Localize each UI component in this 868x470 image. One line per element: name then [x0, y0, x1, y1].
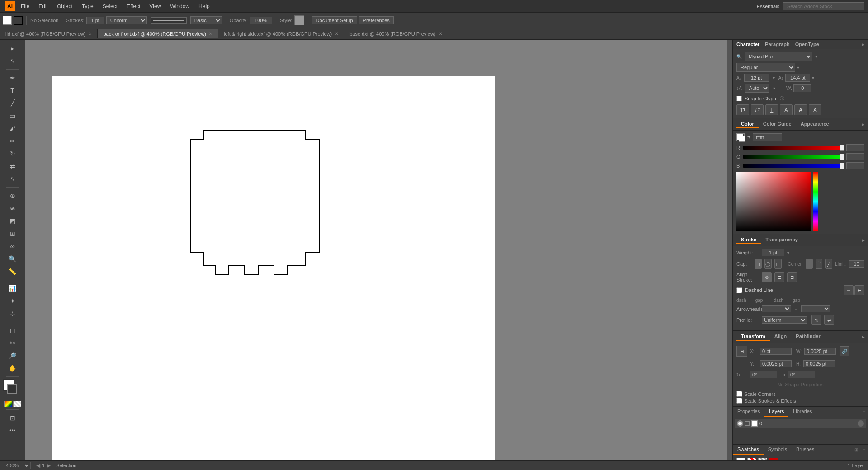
symbols-tab[interactable]: Symbols — [764, 445, 792, 455]
size-dropdown-icon[interactable]: ▾ — [773, 75, 775, 80]
layer-expand-icon[interactable] — [745, 421, 750, 426]
color-hue-slider[interactable] — [813, 172, 818, 231]
rectangle-tool[interactable]: ▭ — [7, 110, 19, 122]
doc-tab-0[interactable]: lid.dxf @ 400% (RGB/GPU Preview) ✕ — [0, 29, 98, 38]
layer-item-0[interactable]: 0 — [735, 419, 866, 428]
corner-miter-btn[interactable]: ⌐ — [806, 259, 813, 269]
layers-tab[interactable]: Layers — [764, 407, 788, 417]
corner-round-btn[interactable]: ⌒ — [816, 259, 823, 269]
eyedropper-tool[interactable]: 🔍 — [7, 253, 19, 265]
cap-butt-btn[interactable]: ⊣ — [755, 259, 762, 269]
cap-round-btn[interactable]: ◯ — [764, 259, 772, 269]
transparency-tab[interactable]: Transparency — [761, 236, 802, 244]
menu-file[interactable]: File — [16, 1, 34, 11]
document-setup-button[interactable]: Document Setup — [312, 16, 357, 24]
character-tab[interactable]: Character — [736, 42, 760, 47]
artboard-tool[interactable]: ⊡ — [7, 412, 19, 424]
scale-tool[interactable]: ⤡ — [7, 173, 19, 185]
character-panel-header[interactable]: Character Paragraph OpenType ▸ — [733, 40, 868, 49]
stroke-tool[interactable] — [7, 384, 17, 394]
swatches-list-btn[interactable]: ≡ — [861, 446, 868, 453]
close-tab-3[interactable]: ✕ — [439, 31, 442, 36]
eraser-tool[interactable]: ◻ — [7, 324, 19, 336]
profile-flip-v[interactable]: ⇅ — [811, 315, 821, 325]
menu-effect[interactable]: Effect — [122, 1, 145, 11]
font-size-input[interactable] — [744, 74, 769, 82]
slice-tool[interactable]: ⊹ — [7, 308, 19, 320]
paintbrush-tool[interactable]: 🖌 — [7, 122, 19, 134]
zoom-select[interactable]: 400% — [4, 462, 31, 469]
fill-color-box[interactable] — [3, 16, 12, 25]
menu-view[interactable]: View — [145, 1, 166, 11]
text-style-smallcaps[interactable]: A — [809, 104, 821, 115]
appearance-tab[interactable]: Appearance — [796, 120, 834, 128]
font-search-icon[interactable]: 🔍 — [736, 54, 742, 59]
text-style-italic[interactable]: TT — [751, 104, 764, 115]
g-slider[interactable] — [743, 155, 844, 159]
cap-square-btn[interactable]: ⊢ — [774, 259, 782, 269]
more-tools[interactable]: ••• — [7, 425, 19, 437]
swatches-grid-btn[interactable]: ⊞ — [853, 446, 860, 453]
canvas-area[interactable] — [25, 40, 732, 470]
close-tab-2[interactable]: ✕ — [335, 31, 338, 36]
symbol-sprayer-tool[interactable]: ✦ — [7, 295, 19, 307]
color-tab[interactable]: Color — [736, 120, 759, 128]
layers-menu-btn[interactable]: ≡ — [861, 408, 868, 415]
gradient-tool[interactable]: ◩ — [7, 215, 19, 227]
menu-object[interactable]: Object — [52, 1, 77, 11]
auto-size-dropdown[interactable]: ▾ — [812, 75, 814, 80]
skew-input[interactable] — [788, 371, 815, 378]
measure-tool[interactable]: 📏 — [7, 266, 19, 277]
style-preview[interactable] — [294, 15, 304, 25]
warp-tool[interactable]: ≋ — [7, 202, 19, 214]
opentype-tab[interactable]: OpenType — [795, 42, 819, 47]
profile-select[interactable]: Uniform — [762, 316, 807, 324]
font-style-select[interactable]: Regular — [736, 63, 795, 72]
properties-tab[interactable]: Properties — [733, 407, 764, 417]
vertical-scrollbar[interactable] — [727, 40, 732, 470]
doc-tab-1[interactable]: back or front.dxf @ 400% (RGB/GPU Previe… — [98, 29, 218, 38]
b-value-input[interactable]: 255 — [846, 162, 864, 169]
b-slider[interactable] — [743, 164, 844, 168]
transform-ref-point[interactable]: ⊕ — [736, 346, 747, 357]
mesh-tool[interactable]: ⊞ — [7, 228, 19, 240]
scale-strokes-checkbox[interactable] — [736, 398, 742, 404]
layer-visibility-icon[interactable] — [737, 420, 743, 427]
font-family-select[interactable]: Myriad Pro — [745, 52, 812, 61]
layer-target-icon[interactable] — [858, 420, 864, 427]
scissors-tool[interactable]: ✂ — [7, 337, 19, 349]
menu-window[interactable]: Window — [165, 1, 194, 11]
align-center-btn[interactable]: ⊕ — [762, 272, 772, 282]
rotate-tool[interactable]: ↻ — [7, 148, 19, 160]
color-mode-color[interactable] — [4, 401, 12, 407]
transform-panel-collapse[interactable]: ▸ — [862, 334, 864, 339]
leading-select[interactable]: Auto — [745, 84, 769, 93]
next-artboard-btn[interactable]: ▶ — [47, 462, 51, 469]
align-inside-btn[interactable]: ⊏ — [774, 272, 784, 282]
menu-help[interactable]: Help — [194, 1, 214, 11]
w-input[interactable] — [804, 348, 836, 355]
color-panel-collapse[interactable]: ▸ — [862, 122, 864, 127]
stroke-panel-collapse[interactable]: ▸ — [862, 238, 864, 243]
libraries-tab[interactable]: Libraries — [788, 407, 816, 417]
profile-flip-h[interactable]: ⇄ — [824, 315, 834, 325]
preferences-button[interactable]: Preferences — [359, 16, 394, 24]
kerning-input[interactable] — [793, 84, 811, 92]
align-outside-btn[interactable]: ⊐ — [787, 272, 797, 282]
dashed-align-1[interactable]: ⊣ — [844, 285, 854, 295]
dashed-line-checkbox[interactable] — [736, 287, 742, 293]
rotate-input[interactable] — [750, 371, 777, 378]
menu-type[interactable]: Type — [77, 1, 98, 11]
app-logo[interactable]: Ai — [4, 0, 16, 13]
prev-artboard-btn[interactable]: ◀ — [36, 462, 40, 469]
doc-tab-3[interactable]: base.dxf @ 400% (RGB/GPU Preview) ✕ — [344, 29, 448, 38]
stroke-style-preview[interactable] — [151, 17, 187, 24]
font-dropdown-icon[interactable]: ▾ — [815, 54, 817, 59]
transform-tab[interactable]: Transform — [736, 333, 770, 341]
doc-tab-2[interactable]: left & right side.dxf @ 400% (RGB/GPU Pr… — [218, 29, 344, 38]
x-input[interactable] — [760, 348, 792, 355]
hex-input[interactable]: ffffff — [753, 133, 782, 141]
opacity-input[interactable] — [250, 17, 272, 24]
color-panel-header[interactable]: Color Color Guide Appearance ▸ — [733, 118, 868, 131]
menu-edit[interactable]: Edit — [34, 1, 52, 11]
